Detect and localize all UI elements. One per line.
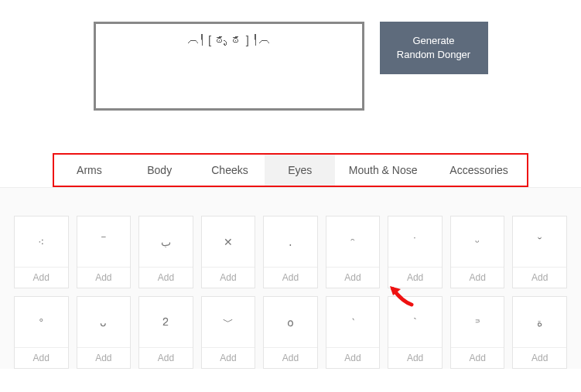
tab-accessories[interactable]: Accessories [431,155,527,186]
part-card: ˘Add [512,216,567,288]
add-button[interactable]: Add [202,267,255,288]
part-symbol: ᵙ [451,297,504,347]
tab-cheeks[interactable]: Cheeks [195,155,265,186]
add-button[interactable]: Add [388,347,442,368]
part-symbol: ᒿ [139,297,193,347]
add-button[interactable]: Add [202,347,255,368]
tab-body[interactable]: Body [125,155,195,186]
add-button[interactable]: Add [513,267,566,288]
part-symbol: ˙ [388,216,442,267]
add-button[interactable]: Add [15,347,68,368]
generate-random-button[interactable]: GenerateRandom Donger [380,22,488,74]
add-button[interactable]: Add [326,267,380,288]
part-symbol: ․ [264,216,317,267]
category-tabs: ArmsBodyCheeksEyesMouth & NoseAccessorie… [53,153,528,187]
add-button[interactable]: Add [264,347,317,368]
part-card: ‵Add [326,296,381,369]
part-card: بAdd [138,216,193,288]
part-card: ᵕAdd [450,216,505,288]
tab-arms[interactable]: Arms [54,155,125,186]
part-symbol: ‾ [77,216,131,267]
part-card: ✕Add [201,216,256,288]
add-button[interactable]: Add [264,267,317,288]
part-symbol: ✕ [202,216,255,267]
part-card: ᵙAdd [450,296,505,369]
add-button[interactable]: Add [451,347,504,368]
part-card: °Add [14,296,69,369]
part-card: ⁖Add [14,216,69,288]
part-symbol: ᵔ [326,216,380,267]
part-symbol: ᴗ [77,297,131,347]
part-card: ˙Add [388,216,443,288]
part-card: ᒿAdd [138,296,193,369]
part-card: ةAdd [512,296,567,369]
part-card: ᵔAdd [326,216,381,288]
generate-label: GenerateRandom Donger [397,35,470,60]
part-symbol: ب [139,216,193,267]
add-button[interactable]: Add [513,347,566,368]
part-symbol: ᵕ [451,216,504,267]
donger-preview: ︵╿ [ ಠೃ ಠ ] ╿︵ [94,22,364,111]
parts-grid-area: ⁖Add‾AddبAdd✕Add․AddᵔAdd˙AddᵕAdd˘Add°Add… [0,187,581,369]
add-button[interactable]: Add [139,267,193,288]
part-symbol: ⁖ [15,216,68,267]
part-symbol: ° [15,297,68,347]
tab-mouth-nose[interactable]: Mouth & Nose [335,155,431,186]
part-symbol: ‵ [326,297,380,347]
part-card: ․Add [263,216,318,288]
donger-text: ︵╿ [ ಠೃ ಠ ] ╿︵ [187,33,270,46]
part-symbol: ﹀ [202,297,255,347]
part-card: `Add [388,296,443,369]
tab-eyes[interactable]: Eyes [265,155,335,186]
part-card: ‾Add [77,216,132,288]
part-card: ᴗAdd [77,296,132,369]
part-symbol: ` [388,297,442,347]
add-button[interactable]: Add [77,347,131,368]
part-card: ﹀Add [201,296,256,369]
add-button[interactable]: Add [139,347,193,368]
add-button[interactable]: Add [77,267,131,288]
part-symbol: ة [513,297,566,347]
add-button[interactable]: Add [326,347,380,368]
add-button[interactable]: Add [15,267,68,288]
add-button[interactable]: Add [451,267,504,288]
part-symbol: ˘ [513,216,566,267]
parts-grid: ⁖Add‾AddبAdd✕Add․AddᵔAdd˙AddᵕAdd˘Add°Add… [14,216,567,369]
add-button[interactable]: Add [388,267,442,288]
part-symbol: ໐ [264,297,317,347]
part-card: ໐Add [263,296,318,369]
